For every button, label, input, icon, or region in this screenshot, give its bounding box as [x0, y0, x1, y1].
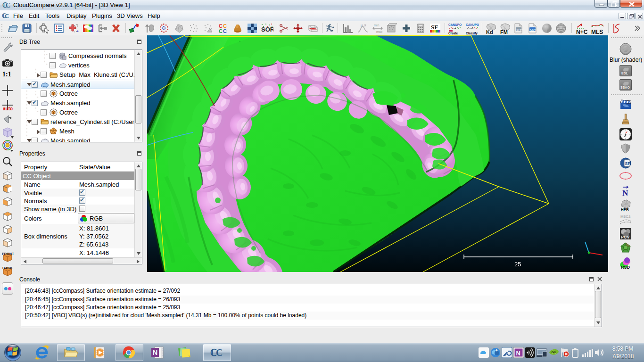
svg-text:Kd: Kd — [486, 29, 493, 35]
svg-text:HPR: HPR — [621, 207, 629, 211]
svg-text:FRONT: FRONT — [2, 252, 14, 256]
svg-text:Classify: Classify — [466, 32, 478, 35]
svg-text:FM: FM — [500, 29, 508, 35]
svg-text:C: C — [5, 13, 9, 20]
svg-text:PCV: PCV — [621, 235, 630, 239]
svg-text:N+C: N+C — [576, 29, 588, 35]
svg-text:N: N — [516, 350, 520, 357]
svg-text:M3C2: M3C2 — [620, 214, 631, 219]
svg-text:C: C — [219, 28, 223, 34]
svg-text:N: N — [622, 189, 628, 197]
svg-text:25: 25 — [514, 261, 521, 268]
svg-text:min: min — [374, 24, 379, 27]
svg-text:CSV: CSV — [530, 28, 536, 31]
svg-text:CANUPO: CANUPO — [466, 23, 479, 26]
svg-text:max: max — [376, 30, 383, 33]
svg-text:auto: auto — [3, 106, 13, 111]
svg-text:SF: SF — [431, 24, 438, 31]
svg-text:SHP: SHP — [517, 28, 522, 31]
svg-text:C: C — [216, 347, 223, 358]
svg-text:SOR: SOR — [261, 26, 273, 33]
svg-text:C: C — [6, 2, 10, 9]
svg-text:C: C — [223, 28, 227, 34]
svg-text:BACK: BACK — [2, 266, 13, 270]
svg-text:Create: Create — [448, 32, 458, 35]
svg-text:SF: SF — [625, 161, 631, 166]
svg-text:MLS: MLS — [591, 29, 603, 35]
svg-text:N: N — [153, 349, 157, 356]
svg-text:CANUPO: CANUPO — [448, 23, 462, 26]
svg-text:RSD: RSD — [621, 265, 630, 270]
